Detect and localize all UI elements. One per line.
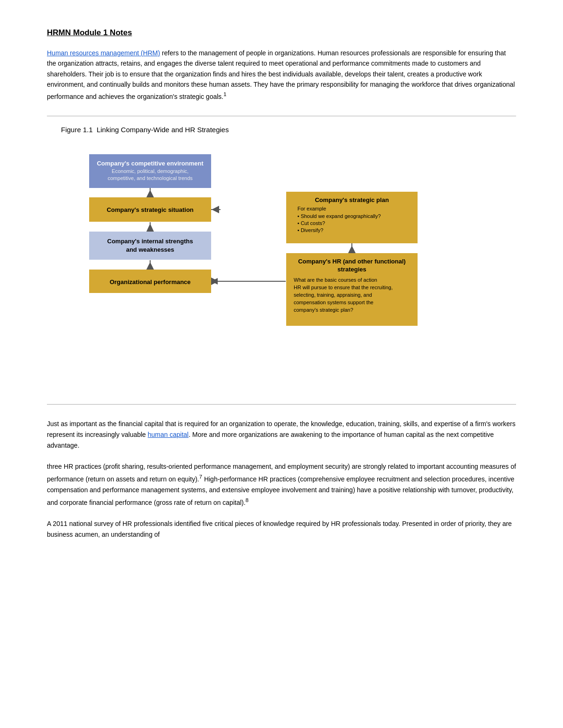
footnote-8: 8 xyxy=(245,497,248,503)
figure-label: Figure 1.1 xyxy=(61,126,93,134)
svg-text:and weaknesses: and weaknesses xyxy=(126,246,175,253)
svg-text:Company's competitive environm: Company's competitive environment xyxy=(97,160,204,167)
hrm-link[interactable]: Human resources management (HRM) xyxy=(47,49,160,57)
figure-container: Figure 1.1 Linking Company-Wide and HR S… xyxy=(47,116,516,405)
paragraph-human-capital: Just as important as the financial capit… xyxy=(47,419,516,451)
diagram: Company's competitive environment Econom… xyxy=(61,145,502,390)
svg-text:• Diversify?: • Diversify? xyxy=(297,227,323,233)
svg-text:Company's strategic plan: Company's strategic plan xyxy=(315,196,389,203)
svg-text:Company's internal strengths: Company's internal strengths xyxy=(107,238,193,245)
paragraph-survey: A 2011 national survey of HR professiona… xyxy=(47,518,516,540)
page-title: HRMN Module 1 Notes xyxy=(47,28,516,38)
footnote-1: 1 xyxy=(223,91,226,97)
svg-text:compensation systems support t: compensation systems support the xyxy=(294,300,373,305)
para4-text: A 2011 national survey of HR professiona… xyxy=(47,520,512,538)
svg-text:• Should we expand geographica: • Should we expand geographically? xyxy=(297,213,381,219)
figure-title: Figure 1.1 Linking Company-Wide and HR S… xyxy=(61,126,502,134)
svg-text:Economic, political, demograph: Economic, political, demographic, xyxy=(112,168,189,174)
svg-text:Organizational performance: Organizational performance xyxy=(110,278,191,285)
svg-text:• Cut costs?: • Cut costs? xyxy=(297,220,325,226)
svg-text:selecting, training, appraisin: selecting, training, appraising, and xyxy=(294,292,372,298)
paragraph-hr-practices: three HR practices (profit sharing, resu… xyxy=(47,461,516,508)
diagram-svg: Company's competitive environment Econom… xyxy=(61,145,483,389)
human-capital-link[interactable]: human capital xyxy=(148,431,189,438)
svg-text:HR will pursue to ensure that : HR will pursue to ensure that the recrui… xyxy=(294,285,393,290)
svg-text:Company's strategic situation: Company's strategic situation xyxy=(107,206,193,213)
intro-paragraph: Human resources management (HRM) refers … xyxy=(47,48,516,102)
figure-heading: Linking Company-Wide and HR Strategies xyxy=(97,126,229,134)
svg-text:company's strategic plan?: company's strategic plan? xyxy=(294,307,353,313)
intro-text: refers to the management of people in or… xyxy=(47,49,515,100)
svg-text:For example: For example xyxy=(297,206,326,211)
svg-rect-10 xyxy=(89,232,211,260)
svg-text:Company's HR (and other functi: Company's HR (and other functional) xyxy=(298,258,405,265)
svg-text:competitive, and technological: competitive, and technological trends xyxy=(108,175,193,181)
svg-text:What are the basic courses of : What are the basic courses of action xyxy=(294,277,377,283)
svg-text:strategies: strategies xyxy=(337,266,366,273)
